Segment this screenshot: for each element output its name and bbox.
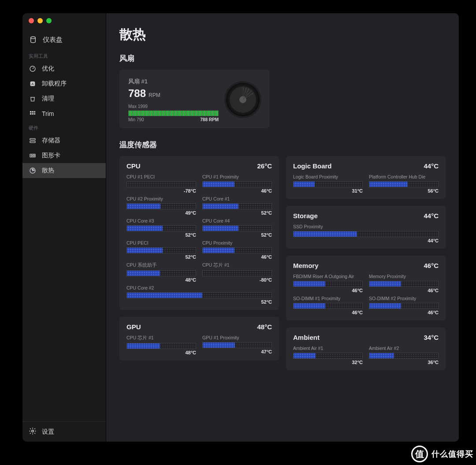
sensor-value: 52°C	[126, 299, 272, 305]
sensor-item: Memory Proximity46°C	[369, 274, 439, 293]
fan-illustration-icon	[226, 83, 260, 116]
card-temp: 48°C	[257, 323, 272, 331]
page-title: 散热	[119, 26, 446, 44]
sidebar-item-trim[interactable]: Trim	[22, 106, 106, 121]
sensor-value: 48°C	[126, 277, 196, 283]
fan-bar	[128, 110, 219, 116]
sensor-value: 56°C	[369, 188, 439, 193]
sensor-value: 46°C	[369, 288, 439, 293]
sensor-value: 52°C	[126, 254, 196, 260]
gear-icon	[29, 427, 37, 436]
sensor-item: CPU Core #152°C	[202, 196, 272, 216]
sensor-label: CPU Core #1	[202, 196, 272, 201]
sensor-grid: SSD Proximity44°C	[293, 224, 439, 243]
svg-point-16	[32, 430, 34, 432]
close-icon[interactable]	[29, 18, 34, 23]
sensor-card-cpu: CPU 26°C CPU #1 PECI-78°CCPU #1 Proximit…	[119, 156, 279, 310]
sensor-card-memory: Memory 46°C FBDIMM Riser A Outgoing Air4…	[286, 256, 446, 320]
svg-rect-9	[34, 113, 35, 115]
sensor-value: 48°C	[126, 350, 196, 355]
sensor-item: GPU #1 Proximity47°C	[202, 335, 272, 355]
sidebar-item-label: Trim	[42, 110, 54, 117]
sensor-bar	[293, 281, 363, 287]
sensor-label: Ambient Air #1	[293, 346, 363, 351]
sensor-card-gpu: GPU 48°C CPU 芯片 #148°CGPU #1 Proximity47…	[119, 317, 279, 361]
sensor-bar	[202, 225, 272, 231]
card-temp: 34°C	[424, 334, 439, 341]
sidebar-item-storage[interactable]: 存储器	[22, 133, 106, 148]
sensor-label: CPU 芯片 #1	[126, 335, 196, 341]
sensor-grid: CPU 芯片 #148°CGPU #1 Proximity47°C	[126, 335, 272, 355]
sensor-value: 46°C	[202, 188, 272, 193]
sensor-card-storage: Storage 44°C SSD Proximity44°C	[286, 206, 446, 249]
svg-rect-8	[32, 113, 33, 115]
sensors-area: CPU 26°C CPU #1 PECI-78°CCPU #1 Proximit…	[119, 156, 446, 370]
sensor-item: CPU Core #252°C	[126, 285, 272, 305]
sensor-item: CPU #1 PECI-78°C	[126, 174, 196, 193]
sensor-value: 32°C	[293, 360, 363, 365]
fan-card: 风扇 #1 788 RPM Max 1999 Min 790 788 RPM	[119, 70, 269, 128]
trash-icon	[29, 95, 37, 103]
sidebar-item-optimize[interactable]: 优化	[22, 61, 106, 76]
sidebar-settings[interactable]: 设置	[22, 421, 106, 442]
sensor-item: CPU Proximity46°C	[202, 240, 272, 260]
sensor-item: Logic Board Proximity31°C	[293, 174, 363, 193]
sidebar-item-clean[interactable]: 清理	[22, 91, 106, 106]
sensor-label: SO-DIMM #2 Proximity	[369, 296, 439, 301]
sensor-label: CPU #2 Proximity	[126, 196, 196, 201]
sensor-bar	[202, 181, 272, 187]
sensor-grid: Logic Board Proximity31°CPlatform Contro…	[293, 174, 439, 193]
sensor-item: CPU 芯片 #1-80°C	[202, 262, 272, 283]
sidebar-item-thermal[interactable]: 散热	[22, 163, 106, 178]
app-window: 仪表盘 实用工具 优化 A 卸载程序 清理	[22, 13, 459, 442]
minimize-icon[interactable]	[37, 18, 43, 23]
sidebar-item-label: 散热	[42, 167, 54, 175]
sensor-item: CPU Core #452°C	[202, 218, 272, 238]
sensor-label: CPU PECI	[126, 240, 196, 246]
sidebar: 仪表盘 实用工具 优化 A 卸载程序 清理	[22, 13, 106, 442]
fan-min: Min 790	[128, 117, 144, 122]
sensor-bar	[293, 353, 363, 359]
sidebar-item-label: 清理	[42, 95, 54, 103]
sensor-label: CPU Proximity	[202, 240, 272, 246]
sensor-label: Ambient Air #2	[369, 346, 439, 351]
sensor-bar	[202, 203, 272, 209]
sidebar-section-hardware: 硬件	[22, 121, 106, 133]
sensor-label: Platform Controller Hub Die	[369, 174, 439, 179]
sidebar-item-dashboard[interactable]: 仪表盘	[22, 30, 106, 49]
watermark-badge: 值	[411, 446, 428, 462]
sensor-label: CPU 系统助手	[126, 262, 196, 268]
svg-rect-4	[30, 111, 31, 112]
fullscreen-icon[interactable]	[46, 18, 52, 23]
sensor-label: CPU #1 Proximity	[202, 174, 272, 179]
svg-rect-7	[30, 113, 31, 115]
sensor-label: CPU 芯片 #1	[202, 262, 272, 268]
gpu-icon	[29, 152, 37, 160]
card-title: Memory	[293, 262, 319, 269]
sidebar-item-label: 图形卡	[42, 152, 60, 160]
sensor-value: 46°C	[202, 254, 272, 260]
sensor-bar	[126, 203, 196, 209]
sensor-item: CPU 系统助手48°C	[126, 262, 196, 283]
sensor-value: 31°C	[293, 188, 363, 193]
sensors-col-right: Logic Board 44°C Logic Board Proximity31…	[286, 156, 446, 370]
sensor-grid: CPU #1 PECI-78°CCPU #1 Proximity46°CCPU …	[126, 174, 272, 305]
fan-rpm-value: 788	[128, 87, 146, 100]
fan-rpm-unit: RPM	[149, 92, 160, 98]
sensor-label: SO-DIMM #1 Proximity	[293, 296, 363, 301]
sensor-card-ambient: Ambient 34°C Ambient Air #132°CAmbient A…	[286, 327, 446, 370]
sensor-label: Logic Board Proximity	[293, 174, 363, 179]
sensor-item: Ambient Air #132°C	[293, 346, 363, 365]
svg-point-14	[33, 155, 34, 156]
sidebar-item-gpu[interactable]: 图形卡	[22, 148, 106, 163]
svg-rect-6	[34, 111, 35, 112]
sidebar-item-label: 优化	[42, 65, 54, 73]
sensor-item: CPU Core #352°C	[126, 218, 196, 238]
sidebar-item-uninstall[interactable]: A 卸载程序	[22, 76, 106, 91]
sensor-value: 46°C	[293, 310, 363, 315]
app-icon: A	[29, 80, 37, 88]
sensor-item: Platform Controller Hub Die56°C	[369, 174, 439, 193]
sensor-value: 46°C	[369, 310, 439, 315]
svg-rect-10	[30, 138, 35, 140]
gauge-icon	[29, 65, 37, 73]
